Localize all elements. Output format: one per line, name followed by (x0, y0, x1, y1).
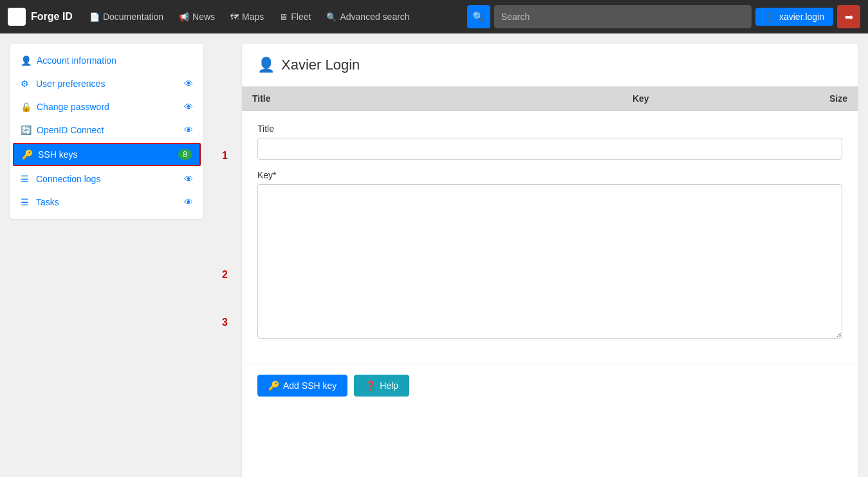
content-header: 👤 Xavier Login (242, 44, 858, 87)
tasks-eye-icon: 👁 (184, 197, 193, 207)
tasks-icon: ☰ (21, 197, 31, 207)
nav-advanced-search-label: Advanced search (340, 12, 409, 22)
nav-news-label: News (192, 12, 215, 22)
col-header-size: Size (770, 93, 847, 104)
logout-button[interactable]: ➡ (837, 5, 860, 28)
col-header-key: Key (512, 93, 771, 104)
key-label: Key* (257, 170, 842, 180)
sidebar-item-change-password[interactable]: 🔒 Change password 👁 (10, 95, 203, 118)
page-body: 👤 Account information ⚙ User preferences… (0, 33, 868, 477)
sidebar-item-connection-logs[interactable]: ☰ Connection logs 👁 (10, 167, 203, 191)
documentation-icon: 📄 (89, 12, 100, 22)
change-password-icon: 🔒 (21, 102, 32, 112)
sidebar-item-user-preferences[interactable]: ⚙ User preferences 👁 (10, 72, 203, 95)
search-input[interactable] (494, 5, 752, 28)
step-1: 1 (214, 144, 232, 263)
form-actions: 🔑 Add SSH key ❓ Help (242, 364, 858, 407)
sidebar-item-account-information[interactable]: 👤 Account information (10, 49, 203, 72)
main-content: 👤 Xavier Login Title Key Size Title Key*… (242, 44, 858, 477)
step-labels: 1 2 3 4 (214, 44, 232, 477)
nav-fleet-label: Fleet (291, 12, 311, 22)
sidebar-item-openid-connect[interactable]: 🔄 OpenID Connect 👁 (10, 118, 203, 142)
help-icon: ❓ (365, 380, 376, 391)
title-label: Title (257, 124, 842, 134)
help-label: Help (380, 380, 398, 391)
change-password-eye-icon: 👁 (184, 102, 193, 112)
connection-logs-eye-icon: 👁 (184, 174, 193, 184)
brand-icon: ⚙ (8, 8, 26, 26)
step-2: 2 (214, 263, 232, 310)
add-ssh-key-icon: 🔑 (268, 380, 279, 391)
search-icon: 🔍 (472, 11, 485, 23)
nav-advanced-search[interactable]: 🔍 Advanced search (320, 8, 416, 26)
sidebar-item-account-information-label: Account information (37, 55, 193, 66)
user-button[interactable]: 👤 xavier.login (755, 8, 833, 26)
sidebar-item-ssh-keys-label: SSH keys (38, 149, 174, 160)
nav-maps[interactable]: 🗺 Maps (224, 8, 270, 26)
page-title: Xavier Login (281, 57, 360, 73)
key-textarea[interactable] (257, 184, 842, 339)
brand-name: Forge ID (31, 11, 73, 23)
news-icon: 📢 (179, 12, 189, 22)
add-ssh-key-label: Add SSH key (283, 380, 337, 391)
form-section: Title Key* (242, 111, 858, 364)
nav-news[interactable]: 📢 News (172, 8, 221, 26)
sidebar-item-ssh-keys[interactable]: 🔑 SSH keys 8 (13, 143, 201, 166)
openid-connect-eye-icon: 👁 (184, 125, 193, 135)
sidebar-item-tasks-label: Tasks (36, 197, 184, 207)
user-icon: 👤 (764, 12, 775, 22)
advanced-search-icon: 🔍 (326, 12, 337, 22)
sidebar-item-user-preferences-label: User preferences (36, 79, 184, 89)
ssh-keys-icon: 🔑 (22, 149, 33, 160)
key-group: Key* (257, 170, 842, 341)
help-button[interactable]: ❓ Help (354, 375, 409, 397)
search-area: 🔍 👤 xavier.login ➡ (467, 5, 860, 28)
sidebar-item-tasks[interactable]: ☰ Tasks 👁 (10, 191, 203, 214)
ssh-keys-badge: 8 (178, 149, 192, 160)
col-header-title: Title (252, 93, 512, 104)
step-3: 3 (214, 310, 232, 477)
connection-logs-icon: ☰ (21, 174, 31, 184)
sidebar-item-connection-logs-label: Connection logs (36, 174, 184, 184)
page-user-icon: 👤 (257, 57, 275, 73)
nav-documentation[interactable]: 📄 Documentation (83, 8, 170, 26)
search-button[interactable]: 🔍 (467, 5, 490, 28)
sidebar-item-change-password-label: Change password (37, 102, 184, 112)
user-label: xavier.login (779, 12, 824, 22)
nav-documentation-label: Documentation (103, 12, 163, 22)
sidebar-item-openid-connect-label: OpenID Connect (37, 125, 184, 135)
nav-maps-label: Maps (242, 12, 264, 22)
openid-connect-icon: 🔄 (21, 125, 32, 135)
user-preferences-eye-icon: 👁 (184, 79, 193, 89)
nav-fleet[interactable]: 🖥 Fleet (273, 8, 317, 26)
add-ssh-key-button[interactable]: 🔑 Add SSH key (257, 375, 347, 397)
title-input[interactable] (257, 138, 842, 160)
user-preferences-icon: ⚙ (21, 79, 31, 89)
brand-logo[interactable]: ⚙ Forge ID (8, 8, 73, 26)
maps-icon: 🗺 (230, 12, 239, 22)
sidebar: 👤 Account information ⚙ User preferences… (10, 44, 203, 219)
fleet-icon: 🖥 (279, 12, 288, 22)
navbar: ⚙ Forge ID 📄 Documentation 📢 News 🗺 Maps… (0, 0, 868, 33)
logout-icon: ➡ (845, 11, 853, 23)
title-group: Title (257, 124, 842, 160)
table-header: Title Key Size (242, 87, 858, 111)
account-information-icon: 👤 (21, 55, 32, 66)
